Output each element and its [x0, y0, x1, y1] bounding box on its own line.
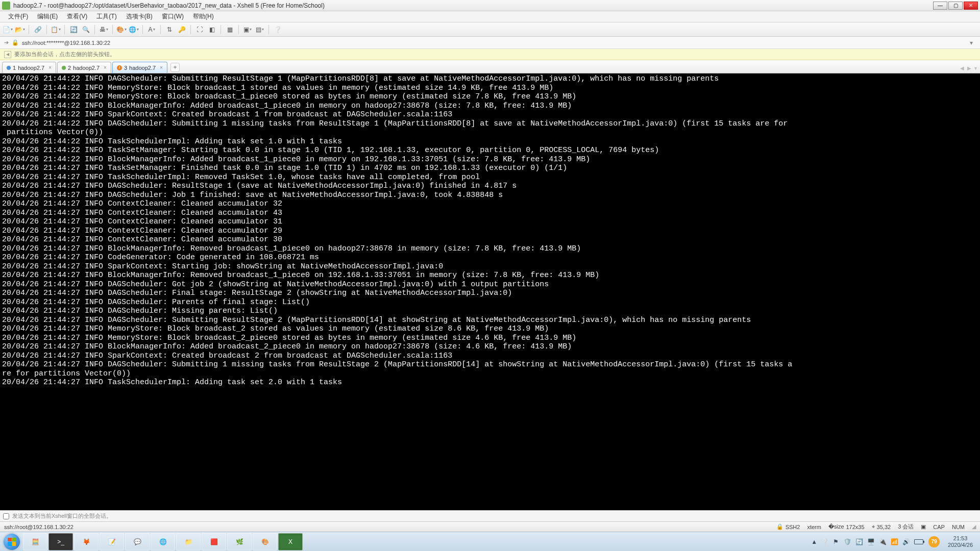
taskbar-app-paint[interactable]: 🎨 [253, 533, 277, 550]
go-arrow-icon[interactable]: ➔ [4, 39, 9, 46]
fullscreen-icon[interactable]: ⛶ [195, 25, 204, 34]
tab-close-icon[interactable]: × [104, 65, 107, 70]
status-size: �size 172x35 [828, 523, 865, 530]
address-dropdown-icon[interactable]: ▾ [967, 39, 976, 46]
separator [46, 25, 47, 34]
separator [160, 25, 161, 34]
refresh-icon[interactable]: 🔄 [69, 25, 78, 34]
windows-taskbar: 🧮 >_ 🦊 📝 💬 🌐 📁 🟥 🌿 🎨 X ▲ ❔ ⚑ 🛡️ 🔄 🖥️ 🔌 📶… [0, 532, 980, 551]
tab-label: hadoop2.7 [18, 65, 44, 71]
tab-close-icon[interactable]: × [160, 65, 163, 70]
separator [190, 25, 191, 34]
tab-index: 3 [124, 65, 127, 71]
tab-3[interactable]: ! 3 hadoop2.7 × [112, 62, 167, 73]
tab-1[interactable]: 1 hadoop2.7 × [2, 62, 56, 73]
menu-help[interactable]: 帮助(H) [189, 11, 218, 22]
compose-icon[interactable]: ▦ [225, 25, 234, 34]
cascade-icon[interactable]: ▤▾ [255, 25, 264, 34]
taskbar-app-misc1[interactable]: 🟥 [202, 533, 226, 550]
start-button[interactable] [1, 532, 22, 552]
separator [94, 25, 95, 34]
key-icon[interactable]: 🔑 [177, 25, 186, 34]
separator [268, 25, 269, 34]
tab-next-icon[interactable]: ▶ [967, 65, 971, 71]
hint-bar: ◀ 要添加当前会话，点击左侧的箭头按钮。 [0, 49, 980, 60]
separator [64, 25, 65, 34]
taskbar-app-chrome[interactable]: 🌐 [151, 533, 175, 550]
menu-option[interactable]: 选项卡(B) [122, 11, 157, 22]
lock-icon: 🔒 [12, 39, 19, 46]
status-overlap-icon[interactable]: ▣ [921, 523, 926, 530]
tray-flag-icon[interactable]: ⚑ [833, 538, 839, 545]
minimize-button[interactable]: — [933, 2, 947, 10]
status-term: xterm [807, 524, 821, 530]
send-to-all-checkbox[interactable] [3, 513, 9, 519]
tray-sync-icon[interactable]: 🔄 [855, 538, 863, 545]
menu-tools[interactable]: 工具(T) [92, 11, 120, 22]
separator [29, 25, 29, 34]
open-session-icon[interactable]: 📂▾ [15, 25, 24, 34]
status-dot-icon [7, 66, 11, 70]
help-icon[interactable]: ❔ [273, 25, 282, 34]
tray-network-icon[interactable]: 🔌 [879, 538, 887, 545]
menu-window[interactable]: 窗口(W) [158, 11, 188, 22]
status-dot-icon [62, 66, 66, 70]
tray-display-icon[interactable]: 🖥️ [867, 538, 875, 545]
taskbar-app-chat[interactable]: 💬 [125, 533, 150, 550]
tray-volume-icon[interactable]: 🔊 [902, 538, 910, 545]
menu-view[interactable]: 查看(V) [63, 11, 91, 22]
toolbar: 📄▾ 📂▾ 🔗 📋▾ 🔄 🔍 🖶▾ 🎨▾ 🌐▾ A▾ ⇅ 🔑 ⛶ ◧ ▦ ▣▾ … [0, 22, 980, 37]
tray-help-icon[interactable]: ❔ [821, 538, 829, 545]
taskbar-app-notepad[interactable]: 📝 [100, 533, 124, 550]
address-text[interactable]: ssh://root:********@192.168.1.30:22 [22, 40, 964, 46]
transparent-icon[interactable]: ◧ [207, 25, 216, 34]
send-to-all-label: 发送文本到当前Xshell窗口的全部会话。 [12, 512, 112, 520]
tray-weather-badge[interactable]: 79 [928, 536, 940, 547]
tray-clock[interactable]: 21:53 2020/4/26 [945, 535, 976, 548]
taskbar-app-xshell[interactable]: X [278, 533, 303, 550]
taskbar-app-explorer[interactable]: 📁 [176, 533, 201, 550]
tab-2[interactable]: 2 hadoop2.7 × [57, 62, 111, 73]
tile-icon[interactable]: ▣▾ [243, 25, 252, 34]
pin-session-button[interactable]: ◀ [4, 51, 11, 58]
tray-show-hidden-icon[interactable]: ▲ [811, 538, 817, 545]
status-resize-grip-icon[interactable]: ◢ [972, 523, 976, 530]
tray-battery-icon[interactable] [914, 539, 923, 544]
print-icon[interactable]: 🖶▾ [99, 25, 108, 34]
tray-wifi-icon[interactable]: 📶 [891, 538, 898, 545]
color-icon[interactable]: 🎨▾ [117, 25, 126, 34]
search-icon[interactable]: 🔍 [81, 25, 90, 34]
tray-shield-icon[interactable]: 🛡️ [844, 538, 851, 545]
terminal-output[interactable]: 20/04/26 21:44:22 INFO DAGScheduler: Sub… [0, 73, 980, 510]
separator [142, 25, 143, 34]
copy-icon[interactable]: 📋▾ [51, 25, 60, 34]
taskbar-app-terminal[interactable]: >_ [48, 533, 73, 550]
menu-edit[interactable]: 编辑(E) [33, 11, 62, 22]
separator [220, 25, 221, 34]
tab-strip: 1 hadoop2.7 × 2 hadoop2.7 × ! 3 hadoop2.… [0, 60, 980, 73]
tab-index: 1 [13, 65, 16, 71]
transfer-icon[interactable]: ⇅ [165, 25, 174, 34]
tab-close-icon[interactable]: × [48, 65, 52, 70]
new-session-icon[interactable]: 📄▾ [3, 25, 12, 34]
tab-nav-arrows: ◀ ▶ ▾ [960, 65, 977, 71]
status-bar: ssh://root@192.168.1.30:22 🔒 SSH2 xterm … [0, 521, 980, 532]
maximize-button[interactable]: ▢ [948, 2, 963, 10]
status-sessions: 3 会话 [898, 523, 914, 531]
taskbar-app-misc2[interactable]: 🌿 [227, 533, 252, 550]
font-icon[interactable]: A▾ [147, 25, 156, 34]
tab-list-icon[interactable]: ▾ [974, 65, 977, 71]
windows-logo-icon [8, 538, 16, 546]
tab-prev-icon[interactable]: ◀ [960, 65, 964, 71]
status-num: NUM [952, 524, 965, 530]
send-to-all-bar: 发送文本到当前Xshell窗口的全部会话。 [0, 510, 980, 521]
taskbar-app-firefox[interactable]: 🦊 [74, 533, 99, 550]
menu-file[interactable]: 文件(F) [4, 11, 32, 22]
window-title: hadoop2.7 - root@hadoop27:/opt/dataset/U… [13, 2, 933, 9]
tab-add-button[interactable]: + [170, 63, 180, 72]
encoding-icon[interactable]: 🌐▾ [129, 25, 138, 34]
app-icon [2, 2, 10, 10]
taskbar-app-calculator[interactable]: 🧮 [23, 533, 47, 550]
link-icon[interactable]: 🔗 [33, 25, 42, 34]
close-button[interactable]: ✕ [964, 2, 978, 10]
